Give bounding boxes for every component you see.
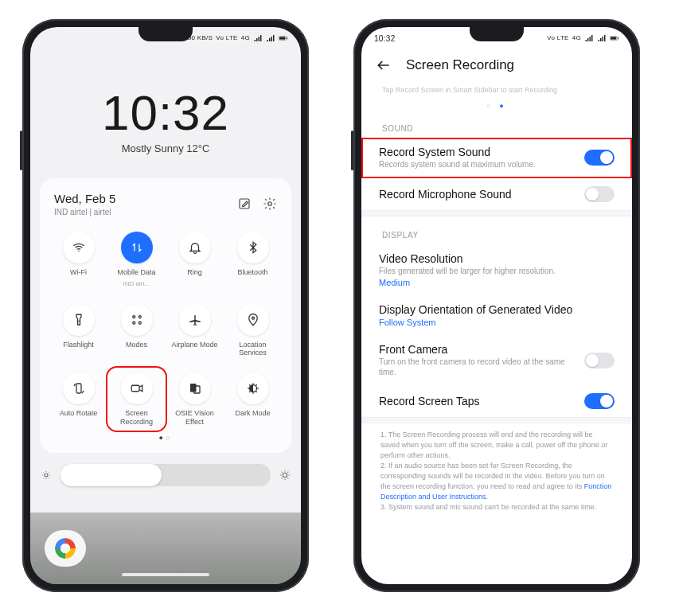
hint-text: Tap Record Screen in Smart Sidebar to st… xyxy=(361,81,632,102)
carriers: IND airtel | airtel xyxy=(54,207,115,217)
page-indicator: ○ ● xyxy=(361,102,632,110)
tile-ring[interactable]: Ring xyxy=(167,228,222,291)
screen-record-icon xyxy=(130,381,144,396)
notch xyxy=(139,27,193,41)
toggle-front-camera[interactable] xyxy=(584,353,615,368)
svg-point-17 xyxy=(283,473,287,477)
weather-text: Mostly Sunny 12°C xyxy=(30,142,301,154)
edit-icon[interactable] xyxy=(237,197,252,211)
resolution-value: Medium xyxy=(379,278,607,287)
divider xyxy=(361,210,632,216)
toggle-system-sound[interactable] xyxy=(584,150,615,166)
osie-icon xyxy=(188,381,202,396)
row-video-resolution[interactable]: Video Resolution Files generated will be… xyxy=(361,244,632,296)
signal-icon xyxy=(253,33,263,43)
phone-left: 0.00 KB/S Vo LTE 4G 10:32 Mostly Sunny 1… xyxy=(22,19,309,592)
divider xyxy=(361,417,632,423)
page-indicator: ●○ xyxy=(51,434,280,442)
brightness-low-icon xyxy=(40,469,53,481)
row-orientation[interactable]: Display Orientation of Generated Video F… xyxy=(361,295,632,335)
brightness-high-icon xyxy=(279,469,291,481)
svg-point-7 xyxy=(139,315,141,318)
section-sound: SOUND xyxy=(361,110,632,138)
status-4g: 4G xyxy=(572,35,581,41)
grid-icon xyxy=(130,313,144,327)
section-display: DISPLAY xyxy=(361,216,632,244)
svg-point-4 xyxy=(268,202,272,206)
svg-rect-11 xyxy=(76,384,81,393)
signal-icon xyxy=(597,33,607,43)
row-record-mic-sound[interactable]: Record Microphone Sound xyxy=(361,178,632,210)
notch xyxy=(470,27,524,41)
rotate-icon xyxy=(72,381,86,396)
tile-wifi[interactable]: Wi-Fi xyxy=(51,228,106,291)
svg-point-8 xyxy=(132,322,135,324)
mobile-data-icon xyxy=(130,240,144,255)
gear-icon[interactable] xyxy=(263,197,277,211)
home-blur xyxy=(30,513,301,584)
airplane-icon xyxy=(188,313,202,327)
svg-point-9 xyxy=(139,322,141,324)
status-time: 10:32 xyxy=(374,34,396,43)
google-search-pill[interactable] xyxy=(45,530,86,567)
tile-location[interactable]: Location Services xyxy=(225,301,280,361)
status-volte: Vo LTE xyxy=(216,35,237,41)
tile-auto-rotate[interactable]: Auto Rotate xyxy=(51,369,106,429)
tile-screen-recording[interactable]: Screen Recording xyxy=(109,369,164,429)
status-volte: Vo LTE xyxy=(547,35,568,41)
svg-rect-19 xyxy=(611,37,616,39)
bluetooth-icon xyxy=(246,240,260,255)
svg-rect-12 xyxy=(131,386,139,392)
tile-airplane[interactable]: Airplane Mode xyxy=(167,301,222,361)
svg-point-16 xyxy=(45,474,48,477)
flashlight-icon xyxy=(72,313,86,327)
svg-point-5 xyxy=(78,250,80,251)
svg-rect-2 xyxy=(287,37,287,39)
row-record-taps[interactable]: Record Screen Taps xyxy=(361,385,632,417)
phone-right: 10:32 Vo LTE 4G Screen Recording Tap Rec… xyxy=(353,19,640,592)
toggle-record-taps[interactable] xyxy=(584,393,615,409)
dark-mode-icon xyxy=(246,381,260,396)
status-4g: 4G xyxy=(241,35,250,41)
row-record-system-sound[interactable]: Record System Sound Records system sound… xyxy=(361,138,632,178)
wifi-icon xyxy=(72,240,86,255)
svg-rect-20 xyxy=(618,37,618,39)
footnotes: 1. The Screen Recording process will end… xyxy=(361,423,632,519)
tile-dark-mode[interactable]: Dark Mode xyxy=(225,369,280,429)
tile-flashlight[interactable]: Flashlight xyxy=(51,301,106,361)
clock: 10:32 xyxy=(30,84,301,141)
gesture-bar xyxy=(122,573,209,576)
back-icon[interactable] xyxy=(376,57,392,73)
signal-icon xyxy=(266,33,275,43)
toggle-mic-sound[interactable] xyxy=(584,186,615,202)
location-icon xyxy=(246,313,260,327)
battery-icon xyxy=(610,33,619,43)
brightness-slider[interactable] xyxy=(40,464,291,486)
page-title: Screen Recording xyxy=(406,57,514,73)
tile-mobile-data[interactable]: Mobile Data IND airt... xyxy=(109,228,164,291)
tile-bluetooth[interactable]: Bluetooth xyxy=(225,228,280,291)
svg-rect-13 xyxy=(190,384,197,392)
row-front-camera[interactable]: Front Camera Turn on the front camera to… xyxy=(361,335,632,385)
signal-icon xyxy=(584,33,594,43)
svg-rect-1 xyxy=(279,37,285,39)
battery-icon xyxy=(279,33,288,43)
svg-point-6 xyxy=(132,315,135,318)
quick-settings-panel: Wed, Feb 5 IND airtel | airtel Wi-Fi xyxy=(40,178,291,453)
bell-icon xyxy=(188,240,202,255)
date: Wed, Feb 5 xyxy=(54,191,115,207)
google-icon xyxy=(55,538,76,559)
orientation-value: Follow System xyxy=(379,318,607,327)
settings-screen-recording: 10:32 Vo LTE 4G Screen Recording Tap Rec… xyxy=(361,27,632,584)
tile-osie[interactable]: OSIE Vision Effect xyxy=(167,369,222,429)
lockscreen-quicksettings: 0.00 KB/S Vo LTE 4G 10:32 Mostly Sunny 1… xyxy=(30,27,301,584)
svg-point-10 xyxy=(252,317,254,319)
tile-modes[interactable]: Modes xyxy=(109,301,164,361)
